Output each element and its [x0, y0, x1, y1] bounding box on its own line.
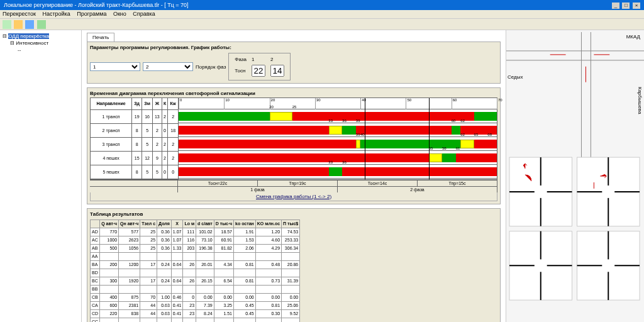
timing-diagram: Временная диаграмма переключения светофо…	[87, 87, 501, 204]
results-panel: Таблица результатов Q авт·чQн авт·чTзел …	[87, 208, 501, 323]
order-label: Порядок фаз	[196, 64, 226, 70]
menu-item[interactable]: Перекресток	[3, 11, 36, 17]
refresh-icon[interactable]	[37, 20, 46, 29]
minimize-button[interactable]: _	[612, 3, 619, 9]
tree-node[interactable]: ⊟ Интенсивност	[3, 40, 79, 47]
intersection-diagram	[506, 30, 644, 322]
maximize-button[interactable]: □	[622, 3, 630, 9]
toolbar	[0, 19, 644, 30]
menu-item[interactable]: Окно	[113, 11, 126, 17]
menu-bar: Перекресток Настройка Программа Окно Спр…	[0, 10, 644, 19]
phase-select-1[interactable]: 1	[90, 62, 140, 71]
tosn2-input[interactable]	[270, 65, 284, 77]
menu-item[interactable]: Справка	[133, 11, 155, 17]
window-title: Локальное регулирование - Логойский трак…	[4, 2, 189, 8]
tosn1-input[interactable]	[252, 65, 265, 77]
close-button[interactable]: ×	[633, 3, 640, 9]
menu-item[interactable]: Программа	[77, 11, 106, 17]
tree-node[interactable]: ⊟ ОДД перекрёстка	[3, 33, 79, 40]
phase-select-2[interactable]: 2	[143, 62, 193, 71]
title-bar: Локальное регулирование - Логойский трак…	[0, 0, 644, 10]
results-table: Q авт·чQн авт·чTзел сДоляXLo мd с/автD т…	[90, 219, 300, 323]
diagram-panel: МКАД Седых Карбышева	[506, 30, 644, 322]
menu-item[interactable]: Настройка	[42, 11, 70, 17]
swap-link[interactable]: Смена графика работы (1 <-> 2)	[90, 192, 497, 201]
tab-print[interactable]: Печать	[87, 33, 114, 42]
params-panel: Параметры программы регулирования. Графи…	[87, 42, 501, 84]
tree-panel: ⊟ ОДД перекрёстка ⊟ Интенсивност --	[0, 30, 82, 322]
center-panel: Печать Параметры программы регулирования…	[82, 30, 506, 322]
save-icon[interactable]	[25, 20, 34, 29]
open-icon[interactable]	[14, 20, 23, 29]
params-title: Параметры программы регулирования. Графи…	[90, 45, 497, 50]
new-icon[interactable]	[3, 20, 11, 29]
tree-node[interactable]: --	[3, 47, 79, 53]
